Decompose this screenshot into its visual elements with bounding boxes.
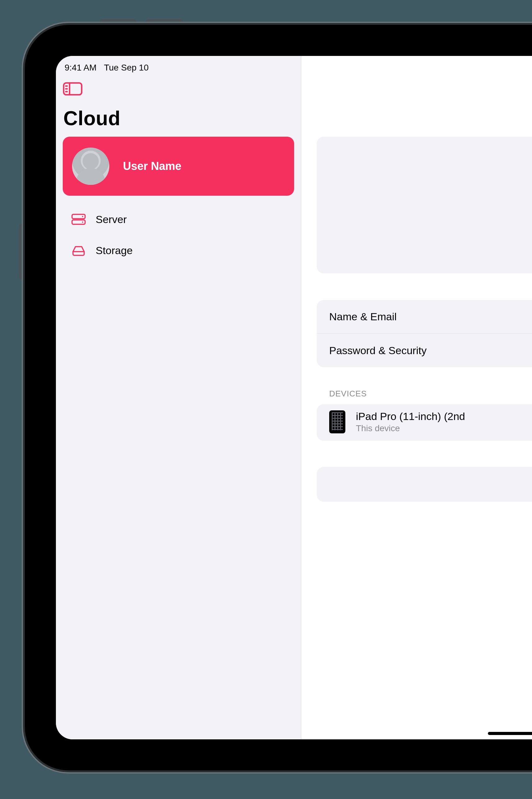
sidebar-item-label: Storage xyxy=(96,245,133,256)
sidebar-title: Cloud xyxy=(63,107,294,130)
profile-summary-card xyxy=(317,137,532,273)
device-subtitle: This device xyxy=(356,423,465,433)
sidebar-user-name: User Name xyxy=(123,160,182,173)
row-label: Name & Email xyxy=(329,311,397,323)
svg-point-8 xyxy=(82,222,83,223)
sidebar: 9:41 AM Tue Sep 10 Cloud Use xyxy=(56,56,301,739)
row-name-email[interactable]: Name & Email xyxy=(317,300,532,334)
row-label: Password & Security xyxy=(329,344,427,357)
status-date: Tue Sep 10 xyxy=(104,63,149,73)
screen: 9:41 AM Tue Sep 10 Cloud Use xyxy=(56,56,532,739)
detail-pane: Name & Email Password & Security DEVICES… xyxy=(301,56,532,739)
sidebar-item-user[interactable]: User Name xyxy=(63,137,294,196)
avatar-icon xyxy=(72,148,109,185)
status-time: 9:41 AM xyxy=(64,63,97,73)
sidebar-item-label: Server xyxy=(96,213,127,226)
device-frame: 9:41 AM Tue Sep 10 Cloud Use xyxy=(25,25,532,771)
device-icon xyxy=(329,411,345,433)
device-name: iPad Pro (11-inch) (2nd xyxy=(356,411,465,422)
status-bar: 9:41 AM Tue Sep 10 xyxy=(63,56,294,73)
home-indicator[interactable] xyxy=(488,732,532,735)
account-settings-group: Name & Email Password & Security xyxy=(317,300,532,367)
device-row[interactable]: iPad Pro (11-inch) (2nd This device xyxy=(317,404,532,441)
sidebar-item-server[interactable]: Server xyxy=(63,204,294,235)
sidebar-toggle-button[interactable] xyxy=(63,81,82,98)
storage-icon xyxy=(71,244,86,256)
section-header-devices: DEVICES xyxy=(317,389,532,399)
blank-group xyxy=(317,467,532,502)
devices-group: iPad Pro (11-inch) (2nd This device xyxy=(317,404,532,441)
row-password-security[interactable]: Password & Security xyxy=(317,334,532,367)
svg-point-7 xyxy=(82,216,83,217)
server-icon xyxy=(71,213,86,226)
sidebar-item-storage[interactable]: Storage xyxy=(63,235,294,266)
